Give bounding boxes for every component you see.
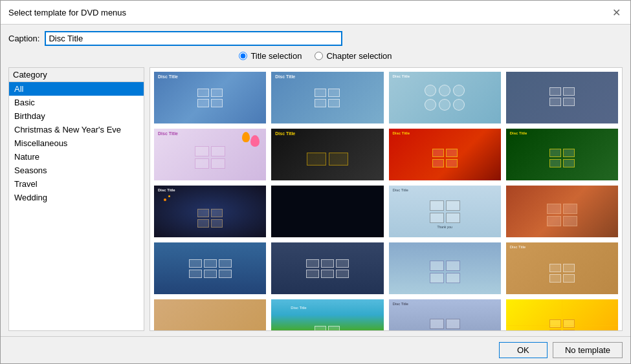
template-8-sq — [549, 149, 561, 157]
template-8-title: Disc Title — [510, 131, 527, 135]
templates-panel: Disc Title — [149, 67, 623, 331]
template-8-sq — [549, 159, 561, 167]
category-item-basic[interactable]: Basic — [9, 96, 144, 109]
chapter-selection-radio[interactable] — [315, 52, 323, 60]
caption-label: Caption: — [8, 34, 39, 43]
ok-button[interactable]: OK — [499, 342, 548, 358]
template-9-sq — [211, 219, 223, 228]
template-15-sq — [446, 273, 460, 283]
template-20-sq — [563, 330, 575, 332]
template-item-7[interactable]: Disc Title — [388, 127, 502, 182]
template-1-sq — [211, 89, 223, 97]
template-16-sq — [563, 274, 575, 283]
template-16-sq — [563, 264, 575, 272]
template-11-sq — [430, 200, 444, 211]
template-9-sq — [211, 209, 223, 217]
template-13-sq — [204, 270, 217, 278]
template-1-sq — [197, 89, 209, 97]
template-9-title: Disc Title — [158, 188, 175, 192]
template-7-sq — [432, 159, 444, 167]
template-item-17[interactable] — [153, 298, 267, 331]
category-item-travel[interactable]: Travel — [9, 177, 144, 191]
template-6-title: Disc Title — [275, 131, 295, 136]
template-7-sq — [446, 149, 458, 157]
caption-input[interactable] — [45, 31, 342, 46]
template-4-sq — [563, 98, 575, 106]
template-5-title: Disc Title — [158, 131, 178, 136]
template-14-sq — [321, 259, 334, 268]
template-12-sq — [563, 204, 577, 214]
template-item-11[interactable]: Disc Title Thank you — [388, 184, 502, 239]
template-15-sq — [430, 261, 444, 271]
template-14-sq — [306, 270, 319, 278]
template-item-3[interactable]: Disc Title — [388, 70, 502, 125]
template-item-10[interactable] — [270, 184, 384, 239]
category-item-christmas[interactable]: Christmas & New Year's Eve — [9, 123, 144, 136]
template-19-sq — [430, 319, 444, 329]
template-5-sq — [195, 146, 209, 156]
template-8-sq — [563, 149, 575, 157]
template-item-4[interactable] — [505, 70, 619, 125]
chapter-selection-label: Chapter selection — [326, 51, 392, 61]
template-item-1[interactable]: Disc Title — [153, 70, 267, 125]
template-11-sq — [446, 213, 460, 223]
category-header: Category — [9, 68, 144, 82]
template-item-13[interactable] — [153, 241, 267, 295]
title-bar: Select template for DVD menus ✕ — [1, 1, 630, 25]
template-item-16[interactable]: Disc Title — [505, 241, 619, 295]
template-15-sq — [430, 273, 444, 283]
template-16-sq — [549, 274, 561, 283]
close-button[interactable]: ✕ — [610, 6, 623, 19]
template-2-sq — [328, 99, 340, 107]
category-item-nature[interactable]: Nature — [9, 150, 144, 164]
template-item-18[interactable]: Disc Title — [270, 298, 384, 331]
category-item-all[interactable]: All — [9, 82, 144, 96]
title-selection-label: Title selection — [250, 51, 302, 61]
template-5-sq — [211, 146, 225, 156]
template-item-12[interactable] — [505, 184, 619, 239]
template-20-sq — [549, 319, 561, 328]
no-template-button[interactable]: No template — [553, 342, 623, 358]
template-2-sq — [315, 89, 326, 97]
template-1-sq — [211, 99, 223, 107]
template-19-sq — [446, 331, 460, 332]
template-18-sq — [328, 326, 340, 332]
template-11-sq — [446, 200, 460, 211]
category-item-seasons[interactable]: Seasons — [9, 164, 144, 177]
title-selection-radio[interactable] — [239, 52, 247, 60]
template-item-6[interactable]: Disc Title — [270, 127, 384, 182]
template-item-5[interactable]: Disc Title — [153, 127, 267, 182]
template-13-sq — [219, 270, 232, 278]
template-item-15[interactable] — [388, 241, 502, 295]
template-item-14[interactable] — [270, 241, 384, 295]
template-11-sq — [430, 213, 444, 223]
template-7-title: Disc Title — [393, 131, 410, 135]
category-item-birthday[interactable]: Birthday — [9, 109, 144, 123]
dialog-content: Caption: Title selection Chapter selecti… — [1, 25, 630, 336]
template-16-title: Disc Title — [510, 245, 526, 249]
template-14-sq — [336, 270, 349, 278]
template-item-19[interactable]: Disc Title — [388, 298, 502, 331]
template-item-9[interactable]: Disc Title — [153, 184, 267, 239]
template-item-2[interactable]: Disc Title — [270, 70, 384, 125]
template-item-8[interactable]: Disc Title — [505, 127, 619, 182]
category-item-miscellaneous[interactable]: Miscellaneous — [9, 136, 144, 150]
template-7-sq — [446, 159, 458, 167]
title-selection-option[interactable]: Title selection — [239, 51, 302, 61]
template-4-sq — [549, 98, 561, 106]
template-10-overlay — [271, 186, 383, 237]
template-19-title: Disc Title — [393, 302, 408, 306]
chapter-selection-option[interactable]: Chapter selection — [315, 51, 392, 61]
template-12-sq — [563, 216, 577, 226]
template-3-sq — [439, 99, 450, 111]
template-4-sq — [563, 87, 575, 96]
template-3-sq — [425, 85, 436, 96]
template-item-20[interactable] — [505, 298, 619, 331]
category-item-wedding[interactable]: Wedding — [9, 191, 144, 204]
template-19-sq — [430, 331, 444, 332]
template-17-overlay — [154, 299, 266, 331]
template-20-sq — [563, 319, 575, 328]
template-12-sq — [547, 204, 561, 214]
template-3-sq — [425, 99, 436, 111]
template-3-title: Disc Title — [393, 74, 410, 78]
